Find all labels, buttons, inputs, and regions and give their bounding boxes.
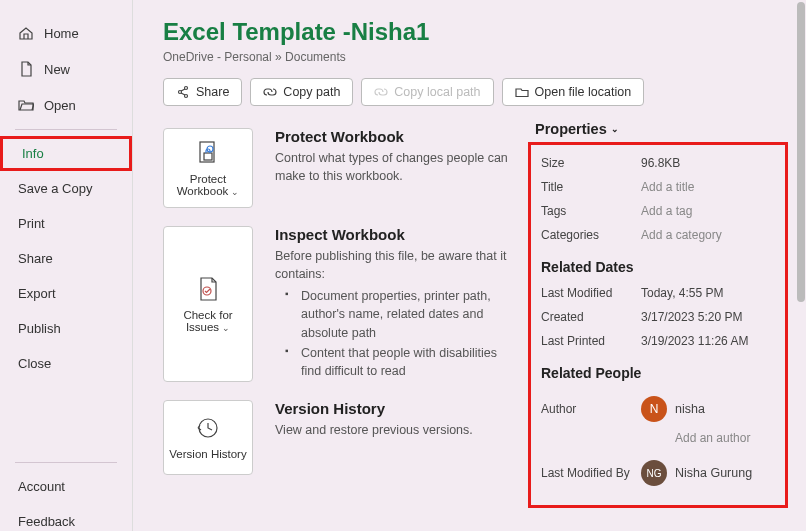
prop-title: Title Add a title [541,175,775,199]
sidebar-item-print[interactable]: Print [0,206,132,241]
related-dates-heading: Related Dates [541,259,775,275]
sidebar-label: Info [22,146,44,161]
sidebar-item-feedback[interactable]: Feedback [0,504,132,531]
link-icon [263,85,277,99]
sidebar-item-home[interactable]: Home [0,15,132,51]
prop-label: Author [541,402,641,416]
copy-local-path-button: Copy local path [361,78,493,106]
prop-size: Size 96.8KB [541,151,775,175]
version-history-card[interactable]: Version History [163,400,253,475]
history-icon [194,414,222,442]
info-panel: Excel Template -Nisha1 OneDrive - Person… [133,0,806,531]
button-label: Open file location [535,85,632,99]
sidebar-label: Export [18,286,56,301]
svg-point-1 [179,91,182,94]
prop-label: Last Printed [541,334,641,348]
sidebar-item-share[interactable]: Share [0,241,132,276]
prop-author: Author N nisha [541,387,775,431]
link-icon [374,85,388,99]
sidebar-item-close[interactable]: Close [0,346,132,381]
inspect-item: Content that people with disabilities fi… [291,344,501,380]
scrollbar-thumb[interactable] [797,2,805,302]
modifiedby-person[interactable]: NG Nisha Gurung [641,460,752,486]
person-name: Nisha Gurung [675,466,752,480]
sidebar-item-export[interactable]: Export [0,276,132,311]
prop-last-modified: Last Modified Today, 4:55 PM [541,281,775,305]
lock-document-icon [194,139,222,167]
share-button[interactable]: Share [163,78,242,106]
sidebar-item-account[interactable]: Account [0,469,132,504]
person-name: nisha [675,402,705,416]
sidebar-item-save-copy[interactable]: Save a Copy [0,171,132,206]
section-desc: Control what types of changes people can… [275,149,515,185]
sidebar-label: Close [18,356,51,371]
sidebar-item-info[interactable]: Info [0,136,132,171]
breadcrumb[interactable]: OneDrive - Personal » Documents [163,50,776,64]
prop-value: 3/19/2023 11:26 AM [641,334,748,348]
sidebar-item-publish[interactable]: Publish [0,311,132,346]
sidebar-label: Share [18,251,53,266]
chevron-down-icon: ⌄ [231,187,239,197]
prop-label: Size [541,156,641,170]
chevron-down-icon: ⌄ [222,323,230,333]
section-desc: Before publishing this file, be aware th… [275,247,515,283]
document-title: Excel Template -Nisha1 [163,18,776,46]
prop-label: Title [541,180,641,194]
related-people-heading: Related People [541,365,775,381]
sidebar-label: Home [44,26,79,41]
prop-label: Last Modified By [541,466,641,480]
tags-field[interactable]: Add a tag [641,204,692,218]
add-author-link[interactable]: Add an author [675,431,775,445]
card-label: Protect Workbook [177,173,229,197]
properties-heading[interactable]: Properties ⌄ [535,121,619,137]
open-file-location-button[interactable]: Open file location [502,78,645,106]
properties-panel: Properties ⌄ Size 96.8KB Title Add a tit… [528,142,788,508]
sidebar-item-new[interactable]: New [0,51,132,87]
prop-last-modified-by: Last Modified By NG Nisha Gurung [541,451,775,495]
check-for-issues-card[interactable]: Check for Issues⌄ [163,226,253,382]
sidebar-label: Publish [18,321,61,336]
prop-value: 3/17/2023 5:20 PM [641,310,742,324]
prop-value: Today, 4:55 PM [641,286,724,300]
sidebar-label: Feedback [18,514,75,529]
sidebar-label: Save a Copy [18,181,92,196]
inspect-document-icon [194,275,222,303]
prop-label: Tags [541,204,641,218]
categories-field[interactable]: Add a category [641,228,722,242]
copy-path-button[interactable]: Copy path [250,78,353,106]
avatar: N [641,396,667,422]
button-label: Share [196,85,229,99]
prop-label: Last Modified [541,286,641,300]
svg-point-0 [185,87,188,90]
card-label: Version History [169,448,246,460]
sidebar-label: New [44,62,70,77]
inspect-item: Document properties, printer path, autho… [291,287,501,341]
prop-value: 96.8KB [641,156,680,170]
divider [15,129,117,130]
sidebar-label: Account [18,479,65,494]
prop-label: Created [541,310,641,324]
toolbar: Share Copy path Copy local path Open fil… [163,78,776,106]
folder-open-icon [18,97,34,113]
prop-label: Categories [541,228,641,242]
section-desc: View and restore previous versions. [275,421,515,439]
title-field[interactable]: Add a title [641,180,694,194]
document-icon [18,61,34,77]
button-label: Copy path [283,85,340,99]
protect-workbook-card[interactable]: Protect Workbook⌄ [163,128,253,208]
share-icon [176,85,190,99]
home-icon [18,25,34,41]
svg-point-2 [185,95,188,98]
sidebar-label: Open [44,98,76,113]
sidebar-item-open[interactable]: Open [0,87,132,123]
vertical-scrollbar[interactable] [796,0,806,531]
prop-categories: Categories Add a category [541,223,775,247]
folder-icon [515,85,529,99]
prop-created: Created 3/17/2023 5:20 PM [541,305,775,329]
button-label: Copy local path [394,85,480,99]
author-person[interactable]: N nisha [641,396,705,422]
svg-rect-4 [204,153,212,160]
divider [15,462,117,463]
prop-last-printed: Last Printed 3/19/2023 11:26 AM [541,329,775,353]
avatar: NG [641,460,667,486]
